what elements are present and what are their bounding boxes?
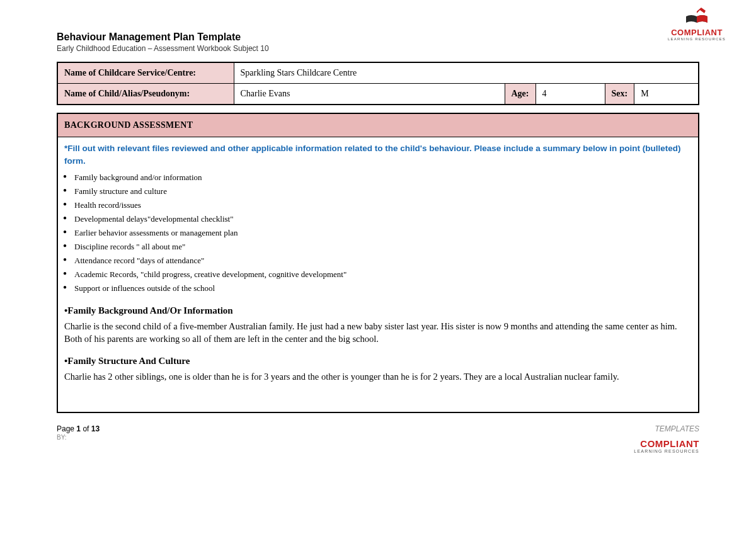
section-header: BACKGROUND ASSESSMENT bbox=[58, 114, 698, 137]
sex-value: M bbox=[634, 84, 699, 105]
info-table: Name of Childcare Service/Centre: Sparkl… bbox=[57, 62, 699, 105]
document-title: Behaviour Management Plan Template bbox=[57, 31, 699, 43]
list-item: Support or influences outside of the sch… bbox=[74, 281, 692, 295]
sex-label: Sex: bbox=[605, 84, 634, 105]
brand-subtitle: LEARNING RESOURCES bbox=[668, 37, 726, 41]
brand-logo: COMPLIANT LEARNING RESOURCES bbox=[668, 8, 726, 41]
list-item: Family background and/or information bbox=[74, 171, 692, 185]
background-section: BACKGROUND ASSESSMENT *Fill out with rel… bbox=[57, 113, 699, 413]
brand-logo-icon bbox=[684, 8, 710, 26]
list-item: Developmental delays"developmental check… bbox=[74, 212, 692, 226]
footer-brand-sub: LEARNING RESOURCES bbox=[634, 449, 699, 453]
age-value: 4 bbox=[536, 84, 605, 105]
body-heading-2: •Family Structure And Culture bbox=[58, 349, 698, 369]
page-prefix: Page bbox=[57, 424, 76, 433]
list-item: Discipline records " all about me" bbox=[74, 240, 692, 254]
service-value: Sparkling Stars Childcare Centre bbox=[234, 62, 699, 84]
page-number: Page 1 of 13 bbox=[57, 424, 100, 433]
page-of: of bbox=[81, 424, 91, 433]
child-label: Name of Child/Alias/Pseudonym: bbox=[57, 84, 234, 105]
list-item: Health record/issues bbox=[74, 198, 692, 212]
page-footer: Page 1 of 13 BY: TEMPLATES COMPLIANT LEA… bbox=[57, 424, 699, 453]
service-label: Name of Childcare Service/Centre: bbox=[57, 62, 234, 84]
bullet-list: Family background and/or information Fam… bbox=[58, 169, 698, 299]
page-total: 13 bbox=[91, 424, 100, 433]
footer-templates: TEMPLATES bbox=[634, 424, 699, 433]
brand-name: COMPLIANT bbox=[668, 28, 726, 37]
body-heading-1: •Family Background And/Or Information bbox=[58, 299, 698, 319]
child-value: Charlie Evans bbox=[234, 84, 505, 105]
body-paragraph-2: Charlie has 2 other siblings, one is old… bbox=[58, 369, 698, 387]
list-item: Family structure and culture bbox=[74, 185, 692, 198]
list-item: Earlier behavior assessments or manageme… bbox=[74, 226, 692, 240]
section-instruction: *Fill out with relevant files reviewed a… bbox=[58, 137, 698, 169]
body-paragraph-1: Charlie is the second child of a five-me… bbox=[58, 319, 698, 349]
footer-brand-name: COMPLIANT bbox=[634, 438, 699, 449]
document-subtitle: Early Childhood Education – Assessment W… bbox=[57, 44, 699, 53]
age-label: Age: bbox=[505, 84, 536, 105]
footer-by: BY: bbox=[57, 434, 100, 441]
list-item: Academic Records, "child progress, creat… bbox=[74, 268, 692, 281]
list-item: Attendance record "days of attendance" bbox=[74, 254, 692, 268]
